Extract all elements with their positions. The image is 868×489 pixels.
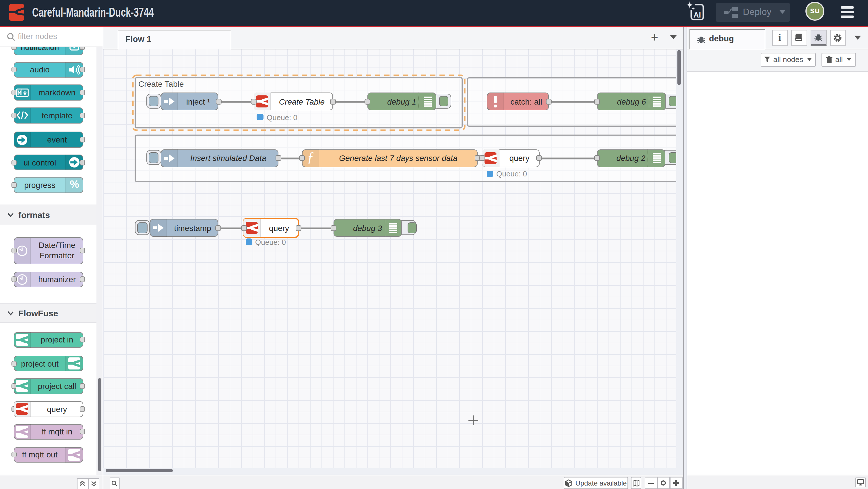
svg-text:AI: AI (693, 11, 701, 19)
